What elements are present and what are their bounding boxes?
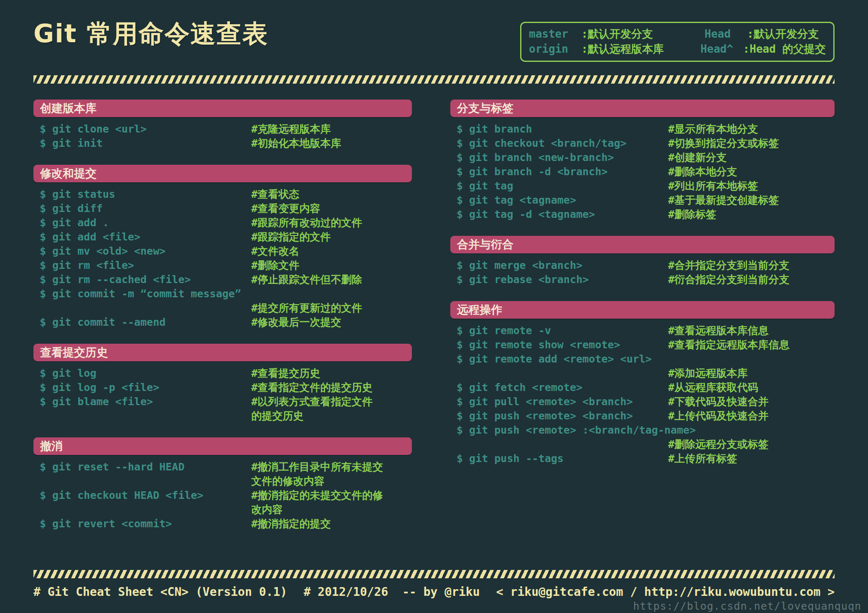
page-footer: # Git Cheat Sheet <CN> (Version 0.1) # 2… [33, 570, 835, 599]
comment-text [696, 423, 835, 437]
command-row: $ git diff#查看变更内容 [40, 202, 412, 216]
comment-text: #删除标签 [668, 207, 835, 222]
command-text [457, 366, 668, 381]
command-row: $ git mv <old> <new>#文件改名 [40, 244, 412, 258]
section: 分支与标签$ git branch#显示所有本地分支$ git checkout… [450, 100, 835, 222]
comment-text: #撤消指定的未提交文件的修 改内容 [251, 488, 412, 517]
comment-text: #查看远程版本库信息 [668, 324, 835, 338]
section-header-bar: 远程操作 [450, 301, 835, 319]
content-columns: 创建版本库$ git clone <url>#克隆远程版本库$ git init… [33, 100, 835, 545]
command-text: $ git commit -m “commit message” [40, 287, 251, 301]
legend-desc: :默认开发分支 [747, 26, 819, 41]
comment-text: #基于最新提交创建标签 [668, 193, 835, 207]
command-text: $ git log -p <file> [40, 381, 251, 395]
legend-key: origin [529, 41, 581, 56]
comment-text: #删除本地分支 [668, 165, 835, 179]
command-row: $ git rm <file>#删除文件 [40, 258, 412, 273]
comment-text: #上传代码及快速合并 [668, 409, 835, 423]
command-text: $ git merge <branch> [457, 258, 668, 273]
command-text: $ git clone <url> [40, 122, 251, 136]
command-text: $ git log [40, 366, 251, 381]
command-row: $ git rm --cached <file>#停止跟踪文件但不删除 [40, 273, 412, 287]
command-text: $ git tag <tagname> [457, 193, 668, 207]
comment-text: #跟踪指定的文件 [251, 230, 412, 244]
command-row: $ git remote add <remote> <url> [457, 352, 835, 366]
page-header: Git 常用命令速查表 master :默认开发分支 Head :默认开发分支 … [33, 0, 835, 62]
section: 合并与衍合$ git merge <branch>#合并指定分支到当前分支$ g… [450, 236, 835, 287]
comment-text: #衍合指定分支到当前分支 [668, 273, 835, 287]
comment-text [668, 352, 835, 366]
section: 查看提交历史$ git log#查看提交历史$ git log -p <file… [33, 344, 412, 423]
legend-entry: Head^ :Head 的父提交 [700, 41, 826, 56]
legend-entry: origin :默认远程版本库 [529, 41, 700, 56]
command-text: $ git pull <remote> <branch> [457, 395, 668, 409]
legend-key: Head [705, 26, 747, 41]
command-text: $ git rebase <branch> [457, 273, 668, 287]
footer-sheet-name: # Git Cheat Sheet <CN> (Version 0.1) [33, 585, 287, 599]
footer-contact: < riku@gitcafe.com / http://riku.wowubun… [496, 585, 835, 599]
command-row: $ git branch <new-branch>#创建新分支 [457, 151, 835, 165]
command-row: $ git clone <url>#克隆远程版本库 [40, 122, 412, 136]
command-text: $ git push <remote> <branch> [457, 409, 668, 423]
section-header-bar: 查看提交历史 [33, 344, 412, 361]
comment-text: #查看指定文件的提交历史 [251, 381, 412, 395]
comment-text: #删除文件 [251, 258, 412, 273]
comment-text: #提交所有更新过的文件 [251, 301, 412, 315]
legend-entry: master :默认开发分支 [529, 26, 705, 41]
command-text: $ git rm --cached <file> [40, 273, 251, 287]
comment-text: #删除远程分支或标签 [668, 437, 835, 452]
section-header-bar: 创建版本库 [33, 100, 412, 117]
command-row: $ git tag <tagname>#基于最新提交创建标签 [457, 193, 835, 207]
cheat-sheet-page: Git 常用命令速查表 master :默认开发分支 Head :默认开发分支 … [0, 0, 868, 613]
command-row: $ git branch -d <branch>#删除本地分支 [457, 165, 835, 179]
page-title: Git 常用命令速查表 [33, 18, 268, 49]
top-divider [33, 75, 835, 84]
comment-text: #初始化本地版本库 [251, 136, 412, 151]
command-row: $ git blame <file>#以列表方式查看指定文件 的提交历史 [40, 395, 412, 423]
command-text [457, 437, 668, 452]
comment-text: #上传所有标签 [668, 452, 835, 466]
command-row: $ git push <remote> :<branch/tag-name> [457, 423, 835, 437]
comment-text: #查看指定远程版本库信息 [668, 338, 835, 352]
section-rows: $ git merge <branch>#合并指定分支到当前分支$ git re… [450, 258, 835, 287]
section: 创建版本库$ git clone <url>#克隆远程版本库$ git init… [33, 100, 412, 151]
legend-entry: Head :默认开发分支 [705, 26, 819, 41]
command-text: $ git add <file> [40, 230, 251, 244]
command-text: $ git status [40, 187, 251, 202]
command-row: #删除远程分支或标签 [457, 437, 835, 452]
command-text: $ git remote -v [457, 324, 668, 338]
command-text: $ git blame <file> [40, 395, 251, 423]
command-row: #提交所有更新过的文件 [40, 301, 412, 315]
command-row: $ git log -p <file>#查看指定文件的提交历史 [40, 381, 412, 395]
watermark: https://blog.csdn.net/lovequanquqn [633, 600, 861, 612]
comment-text: #修改最后一次提交 [251, 315, 412, 329]
command-row: $ git push <remote> <branch>#上传代码及快速合并 [457, 409, 835, 423]
command-text: $ git init [40, 136, 251, 151]
command-row: $ git checkout HEAD <file>#撤消指定的未提交文件的修 … [40, 488, 412, 517]
command-row: $ git revert <commit>#撤消指定的提交 [40, 517, 412, 531]
command-row: #添加远程版本库 [457, 366, 835, 381]
command-text: $ git checkout HEAD <file> [40, 488, 251, 517]
legend-row: master :默认开发分支 Head :默认开发分支 [529, 26, 826, 41]
command-row: $ git pull <remote> <branch>#下载代码及快速合并 [457, 395, 835, 409]
comment-text: #下载代码及快速合并 [668, 395, 835, 409]
command-text: $ git push <remote> :<branch/tag-name> [457, 423, 696, 437]
command-row: $ git commit --amend#修改最后一次提交 [40, 315, 412, 329]
command-row: $ git push --tags#上传所有标签 [457, 452, 835, 466]
legend-desc: :Head 的父提交 [743, 41, 826, 56]
command-text: $ git revert <commit> [40, 517, 251, 531]
section-header-bar: 分支与标签 [450, 100, 835, 117]
command-row: $ git commit -m “commit message” [40, 287, 412, 301]
command-row: $ git add .#跟踪所有改动过的文件 [40, 216, 412, 230]
command-text: $ git branch -d <branch> [457, 165, 668, 179]
comment-text: #查看状态 [251, 187, 412, 202]
comment-text: #撤消指定的提交 [251, 517, 412, 531]
section-rows: $ git branch#显示所有本地分支$ git checkout <bra… [450, 122, 835, 222]
command-row: $ git status#查看状态 [40, 187, 412, 202]
section-rows: $ git status#查看状态$ git diff#查看变更内容$ git … [33, 187, 412, 329]
command-row: $ git checkout <branch/tag>#切换到指定分支或标签 [457, 136, 835, 151]
command-text: $ git branch <new-branch> [457, 151, 668, 165]
comment-text: #文件改名 [251, 244, 412, 258]
section-header-bar: 合并与衍合 [450, 236, 835, 253]
legend-desc: :默认远程版本库 [581, 41, 664, 56]
